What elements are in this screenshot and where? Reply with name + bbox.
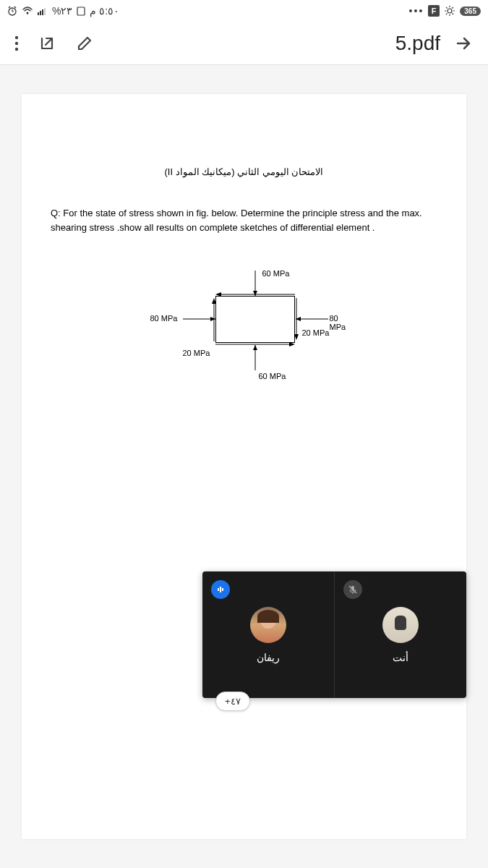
arrow-shear-top	[215, 291, 295, 298]
menu-more-icon[interactable]	[14, 35, 19, 52]
svg-line-10	[14, 7, 16, 8]
meeting-overlay[interactable]: ريفان ٤٧+ أنت	[202, 571, 466, 698]
question-text: Q: For the state of stress shown in fig.…	[43, 206, 445, 234]
badge-365: 365	[460, 7, 481, 16]
label-top: 60 MPa	[262, 269, 290, 278]
signal-icon	[38, 7, 48, 15]
label-left: 80 MPa	[150, 314, 178, 323]
svg-rect-43	[222, 588, 223, 591]
svg-point-24	[15, 47, 18, 50]
wifi-icon	[22, 7, 33, 15]
status-left: ٥:٥٠ م ٢٣%	[7, 5, 119, 17]
battery-percent: ٢٣%	[52, 5, 72, 17]
svg-marker-38	[215, 292, 221, 297]
app-icon-f: F	[428, 5, 440, 17]
arrow-shear-bottom	[215, 341, 295, 348]
pdf-page: الامتحان اليومي الثاني (ميكانيك المواد I…	[22, 94, 466, 839]
brightness-icon	[444, 5, 455, 17]
meeting-participant-2[interactable]: أنت	[335, 571, 466, 698]
edit-pencil-icon[interactable]	[75, 34, 94, 53]
svg-marker-36	[212, 298, 216, 304]
document-area[interactable]: الامتحان اليومي الثاني (ميكانيك المواد I…	[0, 65, 488, 868]
svg-line-21	[453, 7, 454, 9]
svg-point-13	[448, 9, 452, 13]
svg-marker-34	[294, 334, 299, 340]
svg-text:F: F	[432, 7, 437, 15]
svg-point-5	[27, 12, 29, 14]
svg-rect-1	[38, 12, 39, 15]
svg-line-19	[453, 14, 454, 15]
app-header: 5.pdf	[0, 22, 488, 65]
meeting-participant-1[interactable]: ريفان ٤٧+	[202, 571, 335, 698]
svg-rect-3	[42, 9, 43, 15]
svg-rect-41	[218, 588, 219, 591]
svg-line-18	[446, 7, 448, 9]
label-shear-right: 20 MPa	[302, 328, 330, 337]
svg-rect-2	[40, 11, 41, 15]
stress-element-box	[215, 296, 295, 343]
participant-name: أنت	[393, 652, 408, 663]
status-bar: ٥:٥٠ م ٢٣% ••• F 365	[0, 0, 488, 22]
open-external-icon[interactable]	[38, 34, 56, 53]
alarm-icon	[7, 6, 17, 16]
svg-marker-40	[289, 342, 295, 346]
label-shear-left: 20 MPa	[183, 349, 210, 357]
participant-name: ريفان	[257, 652, 280, 663]
more-dots-icon: •••	[409, 5, 424, 17]
svg-rect-0	[77, 7, 85, 15]
mic-active-icon	[211, 580, 230, 599]
arrow-shear-left	[210, 298, 218, 341]
svg-rect-4	[44, 8, 46, 15]
sim-icon	[77, 6, 85, 16]
svg-line-9	[9, 7, 10, 8]
arrow-shear-right	[293, 298, 300, 341]
stress-diagram: 60 MPa 60 MPa 80 MPa 80 MPa 20 MPa	[143, 256, 346, 401]
svg-rect-42	[220, 587, 221, 592]
avatar	[250, 607, 286, 643]
mic-muted-icon	[343, 580, 362, 599]
svg-point-22	[15, 35, 18, 38]
svg-line-20	[446, 14, 448, 15]
more-participants-badge[interactable]: ٤٧+	[215, 692, 250, 711]
label-right: 80 MPa	[330, 314, 346, 331]
label-bottom: 60 MPa	[259, 372, 286, 380]
exam-title: الامتحان اليومي الثاني (ميكانيك المواد I…	[43, 166, 445, 177]
file-title: 5.pdf	[395, 32, 440, 55]
back-arrow-icon[interactable]	[453, 33, 474, 54]
status-time: ٥:٥٠ م	[90, 5, 119, 17]
avatar	[382, 607, 419, 643]
svg-point-23	[15, 41, 18, 44]
status-right: ••• F 365	[409, 5, 481, 17]
